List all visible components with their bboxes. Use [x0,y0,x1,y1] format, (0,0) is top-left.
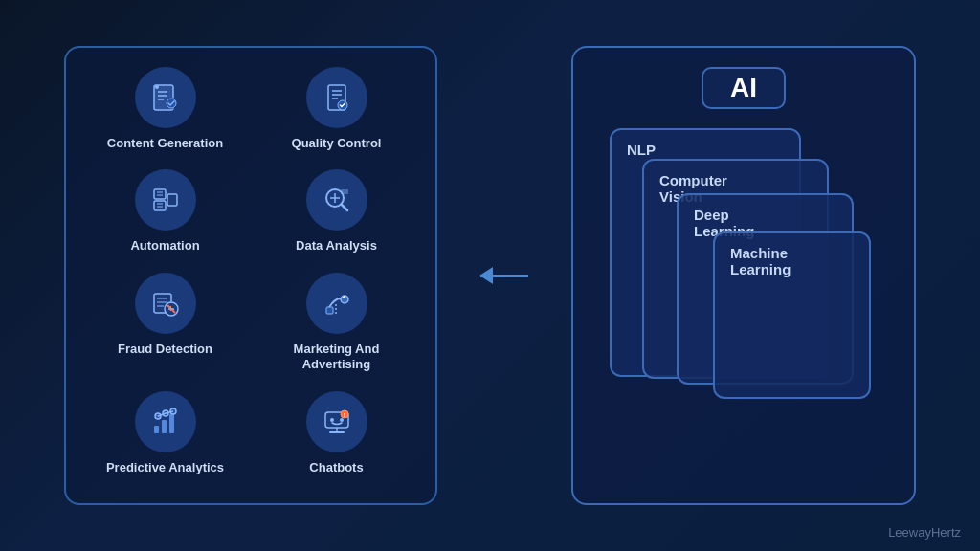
fraud-detection-label: Fraud Detection [118,342,212,358]
item-fraud-detection: ! Fraud Detection [89,273,241,382]
card-machine-learning: MachineLearning [713,231,871,399]
data-analysis-label: Data Analysis [296,238,377,254]
svg-rect-14 [154,201,166,210]
svg-text:!: ! [343,412,345,418]
item-chatbots: ! Chatbots [260,391,412,484]
svg-text:!: ! [169,304,172,313]
right-panel: AI NLP ComputerVision DeepLearning Machi… [571,46,916,505]
item-quality-control: Quality Control [260,67,412,160]
item-content-generation: Content Generation [89,67,241,160]
svg-rect-43 [329,431,345,433]
left-panel: Content Generation Quality Control [64,46,437,505]
content-generation-label: Content Generation [107,136,223,152]
main-container: Content Generation Quality Control [0,0,980,551]
quality-control-label: Quality Control [292,136,382,152]
arrow-connector [476,275,533,277]
chatbots-label: Chatbots [309,460,363,476]
automation-label: Automation [130,238,199,254]
svg-rect-37 [162,420,167,433]
marketing-advertising-icon [306,273,368,334]
svg-rect-13 [154,189,166,199]
ai-title: AI [702,67,786,109]
stacked-cards: NLP ComputerVision DeepLearning MachineL… [610,128,878,434]
nlp-label: NLP [627,142,656,158]
svg-rect-38 [169,414,174,433]
machine-learning-label: MachineLearning [730,245,791,277]
predictive-analytics-icon [135,391,196,452]
marketing-advertising-label: Marketing And Advertising [260,342,412,374]
svg-point-46 [340,418,344,422]
item-predictive-analytics: Predictive Analytics [89,391,241,484]
data-analysis-icon [306,169,368,231]
svg-rect-34 [326,307,333,314]
arrow-line [480,275,528,277]
quality-control-icon [306,67,368,128]
watermark: LeewayHertz [888,525,961,540]
automation-icon [135,169,196,231]
svg-line-21 [341,205,347,211]
chatbots-icon: ! [306,391,368,452]
svg-rect-36 [154,426,159,433]
item-data-analysis: Data Analysis [260,169,412,262]
svg-rect-15 [167,194,177,206]
svg-rect-24 [341,189,348,194]
item-marketing-advertising: Marketing And Advertising [260,273,412,382]
content-generation-icon [135,67,196,128]
svg-point-45 [330,418,334,422]
fraud-detection-icon: ! [135,273,196,334]
predictive-analytics-label: Predictive Analytics [106,460,224,476]
item-automation: Automation [89,169,241,262]
